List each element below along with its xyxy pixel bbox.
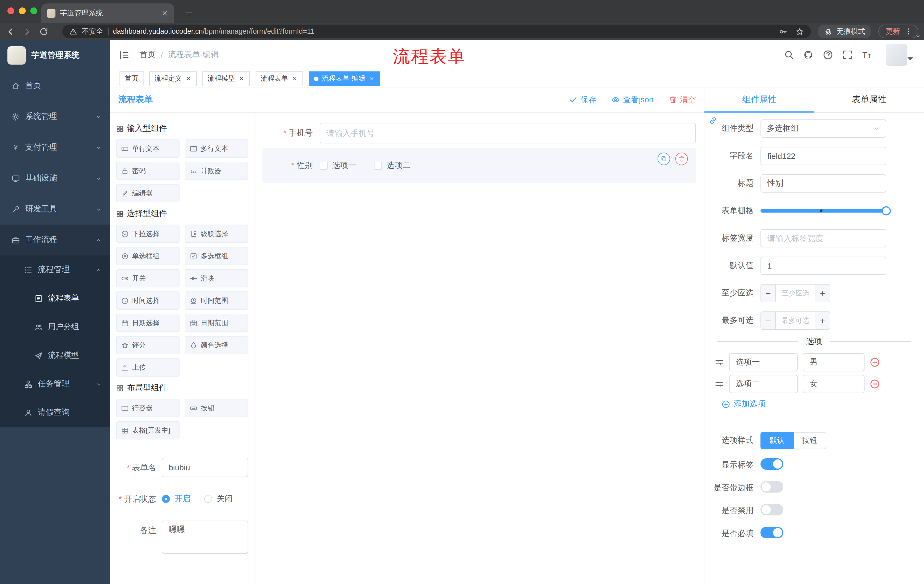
slider-track[interactable] bbox=[761, 209, 886, 212]
phone-input[interactable] bbox=[320, 123, 696, 143]
option-name-input[interactable] bbox=[729, 353, 798, 372]
drag-handle-icon[interactable] bbox=[715, 358, 724, 367]
view-json-button[interactable]: 查看json bbox=[612, 95, 653, 105]
grid-slider[interactable] bbox=[761, 202, 886, 220]
help-icon[interactable] bbox=[823, 50, 833, 60]
tag-process-form[interactable]: 流程表单 bbox=[256, 71, 303, 86]
hamburger-icon[interactable] bbox=[119, 49, 130, 60]
remark-textarea[interactable]: 嘿嘿 bbox=[162, 521, 248, 554]
sidebar-item-process-manage[interactable]: 流程管理 bbox=[0, 255, 111, 284]
sidebar-item-process-form[interactable]: 流程表单 bbox=[0, 284, 111, 313]
palette-item-time[interactable]: 时间选择 bbox=[116, 291, 180, 310]
sidebar-item-devtools[interactable]: 研发工具 bbox=[0, 194, 111, 225]
decrease-button[interactable] bbox=[761, 285, 776, 302]
phone-field-row[interactable]: 手机号 bbox=[262, 123, 696, 143]
drag-handle-icon[interactable] bbox=[715, 380, 724, 388]
sidebar-item-payment[interactable]: ¥支付管理 bbox=[0, 132, 111, 163]
max-select-input[interactable] bbox=[776, 312, 815, 329]
toggle-border[interactable] bbox=[761, 481, 783, 493]
form-name-input[interactable] bbox=[162, 458, 248, 477]
palette-item-slider[interactable]: 滑块 bbox=[185, 269, 248, 288]
palette-item-radio-group[interactable]: 单选框组 bbox=[116, 247, 180, 265]
toggle-required[interactable] bbox=[761, 527, 783, 538]
palette-item-date-range[interactable]: 日期范围 bbox=[185, 314, 248, 332]
password-key-icon[interactable] bbox=[779, 27, 787, 36]
sidebar-item-user-group[interactable]: 用户分组 bbox=[0, 313, 111, 341]
add-option-button[interactable]: 添加选项 bbox=[705, 399, 924, 409]
option-name-input[interactable] bbox=[729, 375, 798, 393]
chevron-down-icon[interactable] bbox=[915, 33, 921, 39]
status-radio-checked[interactable]: 开启 bbox=[162, 494, 190, 504]
tab-close-icon[interactable] bbox=[161, 9, 169, 17]
remove-option-icon[interactable] bbox=[870, 379, 880, 389]
avatar[interactable] bbox=[886, 44, 908, 66]
field-name-input[interactable] bbox=[761, 147, 886, 165]
palette-item-counter[interactable]: 123计数器 bbox=[185, 162, 248, 180]
delete-field-button[interactable] bbox=[675, 153, 688, 165]
tag-process-definition[interactable]: 流程定义 bbox=[149, 71, 197, 86]
palette-item-switch[interactable]: 开关 bbox=[116, 269, 180, 288]
default-value-input[interactable] bbox=[761, 257, 886, 275]
option-style-button[interactable]: 按钮 bbox=[794, 432, 826, 449]
clear-button[interactable]: 清空 bbox=[668, 95, 696, 105]
increase-button[interactable] bbox=[815, 285, 830, 302]
forward-icon[interactable] bbox=[22, 26, 32, 36]
new-tab-button[interactable] bbox=[181, 5, 196, 20]
link-icon[interactable] bbox=[708, 116, 718, 125]
palette-item-button[interactable]: 按钮 bbox=[185, 399, 248, 417]
increase-button[interactable] bbox=[815, 312, 830, 329]
checkbox-option[interactable]: 选项二 bbox=[374, 161, 411, 171]
close-window-button[interactable] bbox=[7, 7, 14, 14]
slider-handle[interactable] bbox=[882, 206, 891, 216]
save-button[interactable]: 保存 bbox=[569, 95, 597, 105]
sidebar-item-system[interactable]: 系统管理 bbox=[0, 101, 111, 132]
sidebar-item-task-manage[interactable]: 任务管理 bbox=[0, 370, 111, 398]
sidebar-item-workflow[interactable]: 工作流程 bbox=[0, 225, 111, 255]
palette-item-textarea[interactable]: 多行文本 bbox=[185, 140, 248, 158]
component-type-select[interactable]: 多选框组 bbox=[761, 119, 886, 138]
fullscreen-icon[interactable] bbox=[842, 50, 853, 60]
browser-tab[interactable]: 芋道管理系统 bbox=[41, 3, 174, 23]
palette-item-row-container[interactable]: 行容器 bbox=[116, 399, 180, 417]
palette-item-select[interactable]: 下拉选择 bbox=[116, 225, 180, 243]
not-secure-icon[interactable] bbox=[69, 28, 77, 35]
close-icon[interactable] bbox=[185, 76, 191, 82]
search-icon[interactable] bbox=[784, 50, 794, 60]
github-icon[interactable] bbox=[804, 50, 813, 60]
tab-component-props[interactable]: 组件属性 bbox=[705, 87, 814, 112]
reload-icon[interactable] bbox=[39, 26, 49, 36]
label-width-input[interactable] bbox=[761, 229, 886, 247]
minimize-window-button[interactable] bbox=[19, 7, 26, 14]
checkbox-option[interactable]: 选项一 bbox=[320, 161, 356, 171]
sidebar-item-infrastructure[interactable]: 基础设施 bbox=[0, 163, 111, 194]
tag-home[interactable]: 首页 bbox=[119, 71, 144, 86]
palette-item-table[interactable]: 表格[开发中] bbox=[116, 421, 180, 439]
back-icon[interactable] bbox=[6, 26, 15, 36]
address-bar[interactable]: 不安全 dashboard.yudao.iocoder.cn/bpm/manag… bbox=[62, 25, 811, 38]
toggle-show-label[interactable] bbox=[761, 458, 783, 470]
palette-item-editor[interactable]: 编辑器 bbox=[116, 184, 180, 202]
close-icon[interactable] bbox=[292, 76, 298, 82]
option-value-input[interactable] bbox=[803, 353, 865, 372]
palette-item-password[interactable]: 密码 bbox=[116, 162, 180, 180]
gender-field-selected[interactable]: 性别 选项一选项二 bbox=[262, 148, 696, 183]
toggle-disabled[interactable] bbox=[761, 504, 783, 515]
user-menu[interactable] bbox=[886, 44, 908, 66]
sidebar-item-leave-query[interactable]: 请假查询 bbox=[0, 398, 111, 427]
tag-process-model[interactable]: 流程模型 bbox=[202, 71, 250, 86]
font-size-icon[interactable]: TT bbox=[862, 50, 872, 60]
min-select-input[interactable] bbox=[776, 285, 815, 302]
title-input[interactable] bbox=[761, 174, 886, 192]
palette-item-checkbox-group[interactable]: 多选框组 bbox=[185, 247, 248, 265]
palette-item-time-range[interactable]: 时间范围 bbox=[185, 291, 248, 310]
close-icon[interactable] bbox=[369, 76, 375, 82]
sidebar-item-home[interactable]: 首页 bbox=[0, 70, 111, 101]
palette-item-color[interactable]: 颜色选择 bbox=[185, 336, 248, 354]
palette-item-date[interactable]: 日期选择 bbox=[116, 314, 180, 332]
option-value-input[interactable] bbox=[803, 375, 865, 393]
remove-option-icon[interactable] bbox=[870, 357, 880, 367]
tab-form-props[interactable]: 表单属性 bbox=[814, 87, 924, 112]
maximize-window-button[interactable] bbox=[30, 7, 37, 14]
sidebar-item-process-model[interactable]: 流程模型 bbox=[0, 341, 111, 370]
status-radio-unchecked[interactable]: 关闭 bbox=[204, 494, 233, 504]
